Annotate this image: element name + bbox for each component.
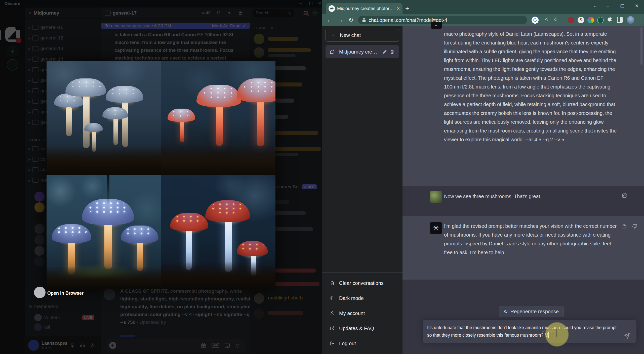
regenerate-response-button[interactable]: ↻ Regenerate response	[499, 306, 564, 317]
tab-close-icon[interactable]: ✕	[396, 6, 400, 11]
dark-mode-item[interactable]: ☾Dark mode	[326, 292, 399, 305]
assistant-message-1: ⌄ macro photography style of Daniel Laan…	[403, 26, 644, 186]
my-account-item[interactable]: My account	[326, 307, 399, 320]
conversation-title: Midjourney creates pho	[339, 49, 379, 55]
new-tab-button[interactable]: +	[405, 5, 409, 12]
grid-image-bottom-left	[47, 175, 161, 289]
extension-icon-s[interactable]: S	[578, 17, 584, 23]
midjourney-image-grid[interactable]	[47, 61, 275, 289]
chatgpt-page: + New chat Midjourney creates pho	[322, 26, 644, 354]
assistant-message-2-text: I'm glad the revised prompt better match…	[444, 222, 618, 257]
chrome-window: ✳ Midjourney creates photorealisti ✕ + ⌄…	[322, 0, 644, 354]
google-icon[interactable]: G	[532, 17, 539, 24]
profile-avatar[interactable]	[627, 16, 634, 24]
grid-image-top-left	[47, 61, 161, 175]
browser-menu-icon[interactable]: ⋮	[638, 16, 644, 23]
bookmark-star-icon[interactable]: ☆	[553, 16, 558, 23]
user-message-1: Now we see three mushrooms. That's great…	[403, 186, 644, 216]
regenerate-icon: ↻	[504, 308, 508, 315]
log-out-item[interactable]: Log out	[326, 337, 399, 350]
mouse-highlight-circle	[545, 322, 569, 346]
lock-icon	[362, 18, 366, 22]
chat-input-text: It's unfortunate that the mushrooms don'…	[427, 324, 618, 339]
share-icon[interactable]	[543, 17, 549, 22]
discord-window: Discord – ▢ ✕ + ✓ Midjourney ⌄	[0, 0, 322, 354]
grid-image-bottom-right	[161, 175, 275, 289]
thumbs-down-icon[interactable]	[632, 224, 637, 229]
refresh-button[interactable]: ↻	[348, 16, 353, 23]
extensions-puzzle-icon[interactable]	[607, 17, 613, 23]
edit-pencil-icon[interactable]	[381, 50, 388, 54]
extension-icon-colorful[interactable]	[587, 17, 594, 23]
chat-input-box[interactable]: It's unfortunate that the mushrooms don'…	[423, 320, 636, 343]
scrollbar-thumb[interactable]	[640, 27, 642, 65]
chatgpt-main: ⌄ macro photography style of Daniel Laan…	[403, 26, 644, 354]
user-avatar	[430, 191, 442, 203]
chrome-tabstrip: ✳ Midjourney creates photorealisti ✕ + ⌄…	[322, 0, 644, 14]
delete-trash-icon[interactable]	[389, 50, 395, 54]
assistant-message-2: ✳ I'm glad the revised prompt better mat…	[403, 216, 644, 280]
user-icon	[329, 311, 336, 316]
open-in-browser-link[interactable]: Open in Browser	[47, 291, 84, 296]
screen: Discord – ▢ ✕ + ✓ Midjourney ⌄	[0, 0, 644, 354]
back-button[interactable]: ←	[326, 16, 332, 23]
forward-button[interactable]: →	[337, 16, 343, 23]
conversation-item[interactable]: Midjourney creates pho	[326, 45, 399, 58]
grid-image-top-right	[161, 61, 275, 175]
extension-icon-teal[interactable]	[597, 17, 604, 23]
tab-title: Midjourney creates photorealisti	[337, 6, 394, 11]
edit-message-icon[interactable]	[622, 193, 627, 198]
assistant-avatar-partial: ⌄	[431, 22, 442, 29]
browser-tab[interactable]: ✳ Midjourney creates photorealisti ✕	[326, 3, 403, 14]
chrome-toolbar: ← → ↻ chat.openai.com/chat?model=gpt-4 G…	[322, 14, 644, 26]
plus-icon: +	[330, 32, 336, 38]
user-message-1-text: Now we see three mushrooms. That's great…	[444, 192, 610, 201]
chrome-minimize-button[interactable]: –	[607, 4, 609, 8]
logout-icon	[329, 341, 336, 346]
send-icon[interactable]	[624, 333, 630, 339]
chrome-close-button[interactable]: ✕	[635, 4, 639, 8]
external-link-icon	[329, 326, 336, 331]
extension-icon-1[interactable]	[568, 17, 574, 23]
openai-avatar: ✳	[430, 222, 442, 234]
chat-bubble-icon	[329, 49, 336, 54]
chatgpt-favicon: ✳	[329, 5, 335, 12]
chrome-maximize-button[interactable]: ▢	[620, 4, 624, 8]
voice-member-avatar-bright[interactable]	[34, 287, 46, 298]
trash-icon	[329, 281, 336, 286]
assistant-message-1-text: macro photography style of Daniel Laan (…	[444, 30, 620, 144]
chrome-profile-chevron[interactable]: ⌄	[593, 4, 597, 8]
side-panel-icon[interactable]	[617, 17, 623, 23]
clear-conversations-item[interactable]: Clear conversations	[326, 277, 399, 290]
moon-icon: ☾	[329, 295, 336, 301]
chatgpt-sidebar: + New chat Midjourney creates pho	[322, 26, 403, 354]
sidebar-divider	[322, 273, 403, 273]
new-chat-button[interactable]: + New chat	[326, 29, 399, 42]
address-bar[interactable]: chat.openai.com/chat?model=gpt-4	[358, 16, 527, 24]
updates-faq-item[interactable]: Updates & FAQ	[326, 322, 399, 335]
thumbs-up-icon[interactable]	[621, 223, 627, 229]
